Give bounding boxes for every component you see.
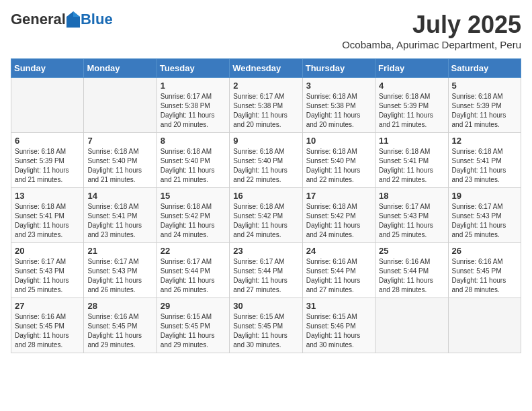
calendar-cell: 14Sunrise: 6:18 AM Sunset: 5:41 PM Dayli…	[84, 188, 157, 243]
day-info: Sunrise: 6:18 AM Sunset: 5:41 PM Dayligh…	[15, 202, 80, 240]
day-info: Sunrise: 6:18 AM Sunset: 5:42 PM Dayligh…	[233, 202, 298, 240]
day-number: 13	[15, 191, 80, 201]
day-number: 16	[233, 191, 298, 201]
day-info: Sunrise: 6:18 AM Sunset: 5:39 PM Dayligh…	[379, 92, 444, 130]
day-info: Sunrise: 6:17 AM Sunset: 5:43 PM Dayligh…	[87, 257, 152, 295]
calendar-cell: 19Sunrise: 6:17 AM Sunset: 5:43 PM Dayli…	[448, 188, 521, 243]
calendar-cell: 20Sunrise: 6:17 AM Sunset: 5:43 PM Dayli…	[11, 243, 84, 298]
day-info: Sunrise: 6:17 AM Sunset: 5:43 PM Dayligh…	[379, 202, 444, 240]
svg-marker-1	[73, 11, 80, 17]
day-info: Sunrise: 6:17 AM Sunset: 5:38 PM Dayligh…	[233, 92, 298, 130]
day-number: 2	[233, 81, 298, 91]
day-info: Sunrise: 6:15 AM Sunset: 5:45 PM Dayligh…	[161, 312, 226, 350]
calendar-week-row: 13Sunrise: 6:18 AM Sunset: 5:41 PM Dayli…	[11, 188, 521, 243]
day-info: Sunrise: 6:16 AM Sunset: 5:45 PM Dayligh…	[87, 312, 152, 350]
calendar-cell: 6Sunrise: 6:18 AM Sunset: 5:39 PM Daylig…	[11, 133, 84, 188]
day-number: 26	[452, 246, 517, 256]
day-info: Sunrise: 6:18 AM Sunset: 5:39 PM Dayligh…	[452, 92, 517, 130]
calendar-week-row: 1Sunrise: 6:17 AM Sunset: 5:38 PM Daylig…	[11, 78, 521, 133]
calendar-cell: 23Sunrise: 6:17 AM Sunset: 5:44 PM Dayli…	[230, 243, 302, 298]
calendar-header-sunday: Sunday	[11, 59, 84, 78]
calendar-cell	[448, 298, 521, 353]
logo-icon	[66, 11, 80, 28]
day-info: Sunrise: 6:18 AM Sunset: 5:40 PM Dayligh…	[87, 147, 152, 185]
calendar-cell: 30Sunrise: 6:15 AM Sunset: 5:45 PM Dayli…	[230, 298, 302, 353]
calendar-header-wednesday: Wednesday	[230, 59, 302, 78]
day-number: 5	[452, 81, 517, 91]
logo-blue-text: Blue	[81, 11, 113, 28]
day-number: 11	[379, 136, 444, 146]
title-block: July 2025 Ocobamba, Apurimac Department,…	[342, 11, 521, 50]
month-year-title: July 2025	[342, 11, 521, 39]
calendar-cell: 27Sunrise: 6:16 AM Sunset: 5:45 PM Dayli…	[11, 298, 84, 353]
day-number: 17	[306, 191, 371, 201]
day-info: Sunrise: 6:16 AM Sunset: 5:44 PM Dayligh…	[379, 257, 444, 295]
calendar-cell: 13Sunrise: 6:18 AM Sunset: 5:41 PM Dayli…	[11, 188, 84, 243]
logo: General Blue	[11, 11, 113, 28]
logo-general-text: General	[11, 11, 66, 28]
calendar-header-monday: Monday	[84, 59, 157, 78]
calendar-cell: 15Sunrise: 6:18 AM Sunset: 5:42 PM Dayli…	[157, 188, 229, 243]
day-info: Sunrise: 6:17 AM Sunset: 5:43 PM Dayligh…	[452, 202, 517, 240]
day-number: 22	[161, 246, 226, 256]
day-number: 12	[452, 136, 517, 146]
day-info: Sunrise: 6:16 AM Sunset: 5:45 PM Dayligh…	[15, 312, 80, 350]
page-header: General Blue July 2025 Ocobamba, Apurima…	[11, 11, 521, 50]
calendar-header-thursday: Thursday	[302, 59, 375, 78]
day-info: Sunrise: 6:18 AM Sunset: 5:41 PM Dayligh…	[452, 147, 517, 185]
calendar-cell: 1Sunrise: 6:17 AM Sunset: 5:38 PM Daylig…	[157, 78, 229, 133]
calendar-cell: 3Sunrise: 6:18 AM Sunset: 5:38 PM Daylig…	[302, 78, 375, 133]
day-info: Sunrise: 6:18 AM Sunset: 5:38 PM Dayligh…	[306, 92, 371, 130]
day-number: 19	[452, 191, 517, 201]
day-info: Sunrise: 6:17 AM Sunset: 5:44 PM Dayligh…	[161, 257, 226, 295]
day-info: Sunrise: 6:16 AM Sunset: 5:45 PM Dayligh…	[452, 257, 517, 295]
calendar-cell: 21Sunrise: 6:17 AM Sunset: 5:43 PM Dayli…	[84, 243, 157, 298]
day-number: 18	[379, 191, 444, 201]
day-info: Sunrise: 6:17 AM Sunset: 5:38 PM Dayligh…	[161, 92, 226, 130]
day-number: 29	[161, 301, 226, 311]
calendar-cell: 17Sunrise: 6:18 AM Sunset: 5:42 PM Dayli…	[302, 188, 375, 243]
day-number: 23	[233, 246, 298, 256]
day-number: 8	[161, 136, 226, 146]
calendar-cell: 31Sunrise: 6:15 AM Sunset: 5:46 PM Dayli…	[302, 298, 375, 353]
calendar-cell: 10Sunrise: 6:18 AM Sunset: 5:40 PM Dayli…	[302, 133, 375, 188]
calendar-cell: 22Sunrise: 6:17 AM Sunset: 5:44 PM Dayli…	[157, 243, 229, 298]
calendar-cell: 28Sunrise: 6:16 AM Sunset: 5:45 PM Dayli…	[84, 298, 157, 353]
day-info: Sunrise: 6:17 AM Sunset: 5:44 PM Dayligh…	[233, 257, 298, 295]
calendar-cell: 7Sunrise: 6:18 AM Sunset: 5:40 PM Daylig…	[84, 133, 157, 188]
day-info: Sunrise: 6:17 AM Sunset: 5:43 PM Dayligh…	[15, 257, 80, 295]
calendar-cell: 24Sunrise: 6:16 AM Sunset: 5:44 PM Dayli…	[302, 243, 375, 298]
day-number: 24	[306, 246, 371, 256]
day-number: 30	[233, 301, 298, 311]
calendar-cell: 18Sunrise: 6:17 AM Sunset: 5:43 PM Dayli…	[375, 188, 448, 243]
calendar-header-tuesday: Tuesday	[157, 59, 229, 78]
day-number: 31	[306, 301, 371, 311]
calendar-header-row: SundayMondayTuesdayWednesdayThursdayFrid…	[11, 59, 521, 78]
day-info: Sunrise: 6:18 AM Sunset: 5:40 PM Dayligh…	[306, 147, 371, 185]
calendar-cell: 8Sunrise: 6:18 AM Sunset: 5:40 PM Daylig…	[157, 133, 229, 188]
day-number: 1	[161, 81, 226, 91]
location-subtitle: Ocobamba, Apurimac Department, Peru	[342, 39, 521, 50]
calendar-cell	[11, 78, 84, 133]
day-info: Sunrise: 6:16 AM Sunset: 5:44 PM Dayligh…	[306, 257, 371, 295]
calendar-cell	[84, 78, 157, 133]
day-number: 14	[87, 191, 152, 201]
calendar-cell: 26Sunrise: 6:16 AM Sunset: 5:45 PM Dayli…	[448, 243, 521, 298]
day-number: 7	[87, 136, 152, 146]
calendar-header-saturday: Saturday	[448, 59, 521, 78]
day-info: Sunrise: 6:18 AM Sunset: 5:42 PM Dayligh…	[306, 202, 371, 240]
calendar-week-row: 27Sunrise: 6:16 AM Sunset: 5:45 PM Dayli…	[11, 298, 521, 353]
calendar-cell: 29Sunrise: 6:15 AM Sunset: 5:45 PM Dayli…	[157, 298, 229, 353]
day-number: 6	[15, 136, 80, 146]
day-number: 4	[379, 81, 444, 91]
day-info: Sunrise: 6:15 AM Sunset: 5:46 PM Dayligh…	[306, 312, 371, 350]
calendar-cell: 4Sunrise: 6:18 AM Sunset: 5:39 PM Daylig…	[375, 78, 448, 133]
day-number: 25	[379, 246, 444, 256]
day-info: Sunrise: 6:18 AM Sunset: 5:42 PM Dayligh…	[161, 202, 226, 240]
calendar-cell: 12Sunrise: 6:18 AM Sunset: 5:41 PM Dayli…	[448, 133, 521, 188]
calendar-cell: 25Sunrise: 6:16 AM Sunset: 5:44 PM Dayli…	[375, 243, 448, 298]
day-number: 10	[306, 136, 371, 146]
day-number: 27	[15, 301, 80, 311]
calendar-table: SundayMondayTuesdayWednesdayThursdayFrid…	[11, 58, 521, 353]
day-info: Sunrise: 6:18 AM Sunset: 5:41 PM Dayligh…	[379, 147, 444, 185]
